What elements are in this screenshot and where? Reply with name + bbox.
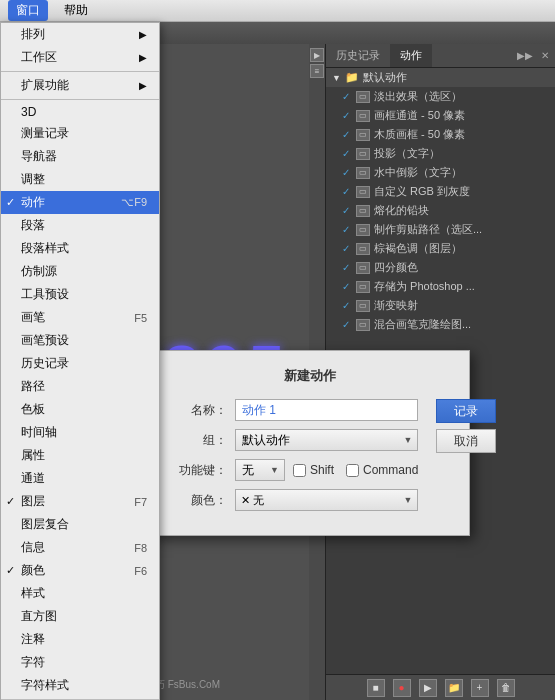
menu-item-navigator[interactable]: 导航器 (1, 145, 159, 168)
record-button[interactable]: ● (393, 679, 411, 697)
menu-item-channels[interactable]: 通道 (1, 467, 159, 490)
action-type-icon: ▭ (356, 91, 370, 103)
action-label: 渐变映射 (374, 298, 549, 313)
action-label: 水中倒影（文字） (374, 165, 549, 180)
shift-checkbox[interactable] (293, 464, 306, 477)
menu-item-3d[interactable]: 3D (1, 102, 159, 122)
menu-item-info[interactable]: 信息 F8 (1, 536, 159, 559)
action-label: 混合画笔克隆绘图... (374, 317, 549, 332)
menu-item-arrange[interactable]: 排列 ▶ (1, 23, 159, 46)
list-item[interactable]: ✓ ▭ 木质画框 - 50 像素 (326, 125, 555, 144)
play-button[interactable]: ▶ (419, 679, 437, 697)
action-label: 制作剪贴路径（选区... (374, 222, 549, 237)
menu-item-workspace[interactable]: 工作区 ▶ (1, 46, 159, 69)
menu-item-styles[interactable]: 样式 (1, 582, 159, 605)
check-icon: ✓ (342, 281, 352, 292)
menu-window[interactable]: 窗口 (8, 0, 48, 21)
menu-item-measure[interactable]: 测量记录 (1, 122, 159, 145)
panel-tab-icons: ▶▶ ✕ (515, 48, 555, 63)
menu-item-notes[interactable]: 注释 (1, 628, 159, 651)
new-action-button[interactable]: + (471, 679, 489, 697)
menu-item-paths[interactable]: 路径 (1, 375, 159, 398)
list-item[interactable]: ✓ ▭ 投影（文字） (326, 144, 555, 163)
action-group-header[interactable]: ▼ 📁 默认动作 (326, 68, 555, 87)
command-checkbox[interactable] (346, 464, 359, 477)
menu-item-history[interactable]: 历史记录 (1, 352, 159, 375)
menu-item-timeline[interactable]: 时间轴 (1, 421, 159, 444)
check-icon: ✓ (6, 564, 15, 577)
dialog-title: 新建动作 (167, 367, 453, 385)
menu-item-label: 3D (21, 105, 36, 119)
menu-item-label: 工作区 (21, 49, 57, 66)
hotkey-select[interactable]: 无 (235, 459, 285, 481)
shift-checkbox-item: Shift (293, 463, 334, 477)
menu-item-layers[interactable]: ✓ 图层 F7 (1, 490, 159, 513)
menu-item-label: 历史记录 (21, 355, 69, 372)
list-item[interactable]: ✓ ▭ 制作剪贴路径（选区... (326, 220, 555, 239)
action-type-icon: ▭ (356, 110, 370, 122)
menu-item-brush-presets[interactable]: 画笔预设 (1, 329, 159, 352)
menu-divider (1, 71, 159, 72)
command-label: Command (363, 463, 418, 477)
shortcut-label: F6 (134, 565, 147, 577)
menu-item-label: 信息 (21, 539, 45, 556)
list-item[interactable]: ✓ ▭ 自定义 RGB 到灰度 (326, 182, 555, 201)
tab-actions[interactable]: 动作 (390, 44, 432, 67)
menu-help[interactable]: 帮助 (64, 2, 88, 19)
new-folder-button[interactable]: 📁 (445, 679, 463, 697)
menu-item-adjust[interactable]: 调整 (1, 168, 159, 191)
menu-item-paragraph-style[interactable]: 段落样式 (1, 237, 159, 260)
list-item[interactable]: ✓ ▭ 水中倒影（文字） (326, 163, 555, 182)
check-icon: ✓ (342, 300, 352, 311)
record-button[interactable]: 记录 (436, 399, 496, 423)
name-input[interactable] (235, 399, 418, 421)
side-icon-2[interactable]: ≡ (310, 64, 324, 78)
menu-item-properties[interactable]: 属性 (1, 444, 159, 467)
submenu-arrow-icon: ▶ (139, 80, 147, 91)
check-icon: ✓ (342, 91, 352, 102)
stop-button[interactable]: ■ (367, 679, 385, 697)
menu-item-character[interactable]: 字符 (1, 651, 159, 674)
menu-item-extensions[interactable]: 扩展功能 ▶ (1, 74, 159, 97)
menu-item-swatches[interactable]: 色板 (1, 398, 159, 421)
menu-item-histogram[interactable]: 直方图 (1, 605, 159, 628)
color-select[interactable] (235, 489, 418, 511)
list-item[interactable]: ✓ ▭ 四分颜色 (326, 258, 555, 277)
action-type-icon: ▭ (356, 205, 370, 217)
menu-item-layer-comp[interactable]: 图层复合 (1, 513, 159, 536)
list-item[interactable]: ✓ ▭ 存储为 Photoshop ... (326, 277, 555, 296)
list-item[interactable]: ✓ ▭ 棕褐色调（图层） (326, 239, 555, 258)
side-icon-1[interactable]: ▶ (310, 48, 324, 62)
check-icon: ✓ (342, 148, 352, 159)
panel-menu-icon[interactable]: ▶▶ (515, 48, 535, 63)
list-item[interactable]: ✓ ▭ 混合画笔克隆绘图... (326, 315, 555, 334)
list-item[interactable]: ✓ ▭ 渐变映射 (326, 296, 555, 315)
menu-item-actions[interactable]: ✓ 动作 ⌥F9 (1, 191, 159, 214)
color-row: 颜色： ▼ ✕ 无 (167, 489, 418, 511)
command-checkbox-item: Command (346, 463, 418, 477)
group-select[interactable]: 默认动作 (235, 429, 418, 451)
cancel-button[interactable]: 取消 (436, 429, 496, 453)
list-item[interactable]: ✓ ▭ 熔化的铅块 (326, 201, 555, 220)
menu-item-paragraph[interactable]: 段落 (1, 214, 159, 237)
action-label: 画框通道 - 50 像素 (374, 108, 549, 123)
action-type-icon: ▭ (356, 167, 370, 179)
tab-history[interactable]: 历史记录 (326, 44, 390, 67)
menu-item-clone-source[interactable]: 仿制源 (1, 260, 159, 283)
action-type-icon: ▭ (356, 281, 370, 293)
menu-item-label: 画笔 (21, 309, 45, 326)
menu-item-character-style[interactable]: 字符样式 (1, 674, 159, 697)
check-icon: ✓ (342, 205, 352, 216)
list-item[interactable]: ✓ ▭ 淡出效果（选区） (326, 87, 555, 106)
delete-button[interactable]: 🗑 (497, 679, 515, 697)
menu-item-color[interactable]: ✓ 颜色 F6 (1, 559, 159, 582)
menu-divider (1, 99, 159, 100)
panel-close-icon[interactable]: ✕ (539, 48, 551, 63)
action-type-icon: ▭ (356, 262, 370, 274)
menu-item-brush[interactable]: 画笔 F5 (1, 306, 159, 329)
dialog-fields: 名称： 组： 默认动作 ▼ 功能键： 无 (167, 399, 418, 519)
menu-item-label: 导航器 (21, 148, 57, 165)
list-item[interactable]: ✓ ▭ 画框通道 - 50 像素 (326, 106, 555, 125)
menu-item-label: 属性 (21, 447, 45, 464)
menu-item-tool-presets[interactable]: 工具预设 (1, 283, 159, 306)
